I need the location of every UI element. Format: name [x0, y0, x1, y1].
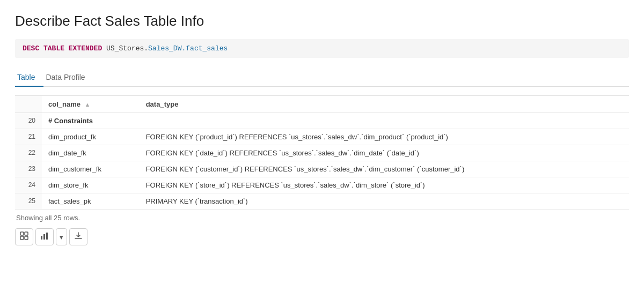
cell-data-type: FOREIGN KEY (`customer_id`) REFERENCES `… [140, 161, 629, 177]
cell-col-name: dim_store_fk [42, 177, 140, 193]
svg-rect-1 [25, 232, 28, 235]
chart-icon [40, 231, 49, 242]
row-num: 22 [15, 145, 42, 161]
grid-icon [20, 231, 28, 242]
cell-data-type: FOREIGN KEY (`date_id`) REFERENCES `us_s… [140, 145, 629, 161]
chart-view-button[interactable] [35, 228, 54, 245]
cell-col-name: fact_sales_pk [42, 193, 140, 210]
svg-rect-6 [46, 233, 48, 240]
row-num: 25 [15, 193, 42, 210]
cell-data-type: FOREIGN KEY (`store_id`) REFERENCES `us_… [140, 177, 629, 193]
results-table: col_name ▲ data_type 20# Constraints21di… [15, 95, 629, 210]
cell-col-name: dim_date_fk [42, 145, 140, 161]
page-title: Describe Fact Sales Table Info [15, 13, 629, 29]
tab-table[interactable]: Table [15, 69, 43, 87]
row-count: Showing all 25 rows. [15, 214, 629, 222]
table-row: 22dim_date_fkFOREIGN KEY (`date_id`) REF… [15, 145, 629, 161]
cell-data-type [140, 113, 629, 129]
chart-dropdown-button[interactable]: ▾ [56, 228, 67, 245]
query-link: Sales_DW.fact_sales [148, 44, 228, 53]
table-row: 21dim_product_fkFOREIGN KEY (`product_id… [15, 129, 629, 145]
col-header-col-name[interactable]: col_name ▲ [42, 96, 140, 113]
table-row: 25fact_sales_pkPRIMARY KEY (`transaction… [15, 193, 629, 210]
svg-rect-5 [43, 234, 45, 240]
tab-bar: Table Data Profile [15, 69, 629, 87]
table-row: 20# Constraints [15, 113, 629, 129]
cell-data-type: FOREIGN KEY (`product_id`) REFERENCES `u… [140, 129, 629, 145]
svg-rect-2 [20, 236, 24, 240]
table-row: 24dim_store_fkFOREIGN KEY (`store_id`) R… [15, 177, 629, 193]
query-bar: DESC TABLE EXTENDED US_Stores.Sales_DW.f… [15, 39, 629, 58]
row-num: 20 [15, 113, 42, 129]
query-keyword: DESC TABLE EXTENDED [23, 44, 102, 53]
toolbar: ▾ [15, 228, 629, 245]
cell-col-name: dim_product_fk [42, 129, 140, 145]
row-num: 24 [15, 177, 42, 193]
row-num: 23 [15, 161, 42, 177]
grid-view-button[interactable] [15, 228, 33, 245]
download-button[interactable] [69, 228, 87, 245]
table-row: 23dim_customer_fkFOREIGN KEY (`customer_… [15, 161, 629, 177]
col-header-num [15, 96, 42, 113]
svg-rect-4 [41, 236, 42, 240]
dropdown-icon: ▾ [60, 233, 63, 241]
cell-data-type: PRIMARY KEY (`transaction_id`) [140, 193, 629, 210]
download-icon [74, 231, 83, 242]
col-header-data-type: data_type [140, 96, 629, 113]
svg-rect-3 [25, 236, 28, 240]
cell-col-name: # Constraints [42, 113, 140, 129]
tab-data-profile[interactable]: Data Profile [43, 69, 93, 87]
cell-col-name: dim_customer_fk [42, 161, 140, 177]
sort-icon: ▲ [85, 101, 91, 108]
query-plain: US_Stores. [102, 44, 148, 53]
svg-rect-0 [20, 232, 24, 235]
row-num: 21 [15, 129, 42, 145]
